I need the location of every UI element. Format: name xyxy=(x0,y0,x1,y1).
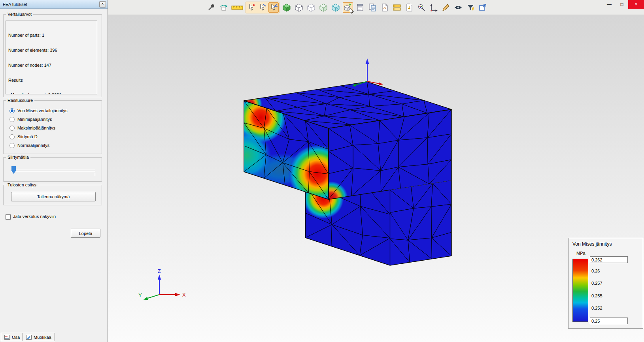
results-group-label: Vertailuarvot xyxy=(6,12,33,17)
drawing-sheet-icon[interactable] xyxy=(380,2,390,13)
report-copy-icon[interactable] xyxy=(367,2,378,13)
export-icon[interactable] xyxy=(404,2,414,13)
legend-tick: 0.252 xyxy=(591,306,602,310)
legend-title: Von Mises jännitys xyxy=(572,241,612,247)
snap-angle-icon[interactable] xyxy=(268,2,279,13)
ruler-icon[interactable] xyxy=(231,2,244,13)
new-window-icon[interactable] xyxy=(478,2,488,13)
radio-dot xyxy=(9,108,15,113)
legend-max-input[interactable] xyxy=(590,256,628,263)
main-toolbar xyxy=(108,0,644,15)
legend-min-input[interactable] xyxy=(590,318,628,324)
radio-normal-stress[interactable]: Normaalijännitys xyxy=(9,142,49,148)
material-library-icon[interactable] xyxy=(392,2,402,13)
radio-dot xyxy=(9,134,15,139)
displacement-group-label: Siirtymätila xyxy=(6,155,30,160)
visibility-icon[interactable] xyxy=(453,2,463,13)
snap-point-icon[interactable] xyxy=(246,2,257,13)
legend-tick: 0.255 xyxy=(591,293,602,298)
report-table-icon[interactable] xyxy=(355,2,365,13)
fea-model-mesh xyxy=(222,82,451,265)
dimension-icon[interactable] xyxy=(441,2,451,13)
tab-muokkaa[interactable]: Muokkaa xyxy=(23,333,55,341)
panel-close-icon[interactable]: × xyxy=(99,1,106,8)
legend-panel: Von Mises jännitys MPa 0.26 0.257 0.255 … xyxy=(568,238,643,329)
minimize-button[interactable]: — xyxy=(603,0,616,9)
orbit-icon[interactable] xyxy=(219,2,229,13)
radio-min-principal[interactable]: Minimipääjännitys xyxy=(9,116,52,122)
part-icon xyxy=(4,335,10,340)
quantity-group-label: Rasitussuure xyxy=(6,98,34,103)
orient-cube-icon[interactable] xyxy=(343,2,353,13)
panel-title: FEA tulokset xyxy=(3,2,99,7)
wireframe-cube-icon[interactable] xyxy=(294,2,304,13)
results-text-box: Number of parts: 1 Number of elements: 3… xyxy=(6,21,97,94)
radio-max-principal[interactable]: Maksimipääjännitys xyxy=(9,125,55,131)
filter-icon[interactable] xyxy=(465,2,476,13)
snap-tool-group xyxy=(246,2,280,13)
close-button[interactable]: × xyxy=(628,0,644,9)
ghost-cube-icon[interactable] xyxy=(318,2,329,13)
results-line: Number of parts: 1 xyxy=(8,33,97,38)
snap-line-icon[interactable] xyxy=(257,2,268,13)
legend-colorbar xyxy=(572,259,588,322)
radio-dot xyxy=(9,126,15,131)
pin-icon[interactable] xyxy=(206,2,217,13)
panel-titlebar[interactable]: FEA tulokset × xyxy=(0,0,108,9)
edit-icon xyxy=(26,335,32,340)
picker-icon[interactable] xyxy=(416,2,427,13)
x-axis-label: X xyxy=(182,292,186,298)
maximize-button[interactable]: □ xyxy=(616,0,628,9)
tab-osa[interactable]: Osa xyxy=(1,333,23,341)
results-line: Results xyxy=(8,78,97,83)
results-line: Number of elements: 396 xyxy=(8,48,97,53)
application-window: — □ × xyxy=(0,0,644,342)
window-controls: — □ × xyxy=(603,0,644,9)
y-axis-label: Y xyxy=(138,292,142,298)
ucs-triad: Z X Y xyxy=(138,268,186,300)
keep-mesh-checkbox[interactable] xyxy=(6,214,11,220)
tab-osa-label: Osa xyxy=(12,335,20,340)
radio-dot xyxy=(9,117,15,122)
fea-results-panel: FEA tulokset × Vertailuarvot Number of p… xyxy=(0,0,108,342)
face-frontlow xyxy=(390,180,452,265)
displacement-slider[interactable] xyxy=(11,170,95,172)
viewport-background[interactable]: Z X Y xyxy=(108,15,644,342)
legend-tick: 0.257 xyxy=(591,281,602,286)
keep-mesh-label: Jätä verkotus näkyviin xyxy=(13,214,56,219)
radio-displacement[interactable]: Siirtymä D xyxy=(9,133,38,140)
radio-dot xyxy=(9,143,15,148)
axes-icon[interactable] xyxy=(429,2,439,13)
z-axis-label: Z xyxy=(158,268,161,274)
model-viewport[interactable]: Z X Y xyxy=(108,15,644,342)
legend-tick: 0.26 xyxy=(591,269,600,273)
radio-von-mises[interactable]: Von Mises vertailujännitys xyxy=(9,107,68,114)
save-view-button[interactable]: Tallenna näkymä xyxy=(11,192,96,201)
quit-button[interactable]: Lopeta xyxy=(71,229,100,238)
results-line: Number of nodes: 147 xyxy=(8,63,97,68)
hidden-line-cube-icon[interactable] xyxy=(306,2,316,13)
results-line: Max displacement: 0.0001 mm xyxy=(8,92,97,94)
slider-tick xyxy=(95,173,95,176)
mouse-cursor xyxy=(349,8,354,15)
output-group-label: Tulosten esitys xyxy=(6,182,38,187)
displacement-group: Siirtymätila xyxy=(3,157,102,182)
transparent-cube-icon[interactable] xyxy=(330,2,341,13)
shaded-cube-icon[interactable] xyxy=(281,2,292,13)
tab-muokkaa-label: Muokkaa xyxy=(34,335,51,340)
legend-unit: MPa xyxy=(576,251,585,256)
